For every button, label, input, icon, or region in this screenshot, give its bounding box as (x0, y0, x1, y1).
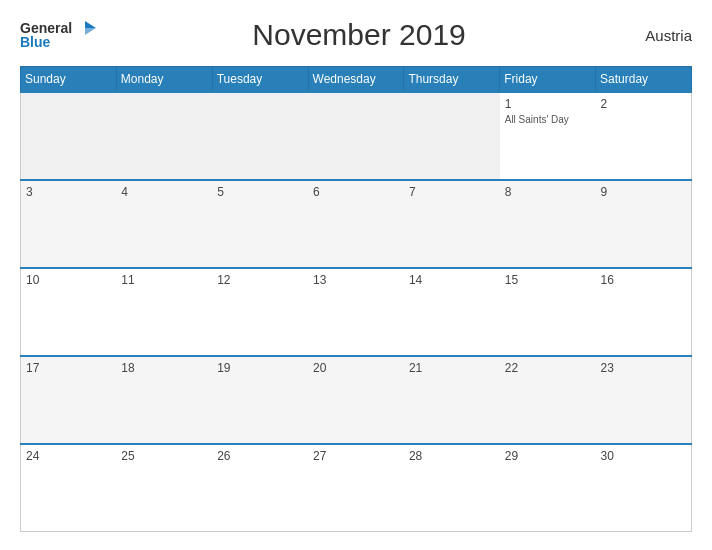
calendar-header: General Blue November 2019 Austria (20, 18, 692, 52)
header-saturday: Saturday (596, 67, 692, 93)
day-cell: 28 (404, 444, 500, 532)
day-number: 21 (409, 361, 495, 375)
day-cell: 21 (404, 356, 500, 444)
day-number: 22 (505, 361, 591, 375)
day-cell: 9 (596, 180, 692, 268)
week-row-4: 17181920212223 (21, 356, 692, 444)
day-cell: 2 (596, 92, 692, 180)
header-wednesday: Wednesday (308, 67, 404, 93)
day-cell: 16 (596, 268, 692, 356)
svg-marker-1 (85, 28, 96, 35)
day-cell (212, 92, 308, 180)
day-cell (21, 92, 117, 180)
day-cell (308, 92, 404, 180)
week-row-3: 10111213141516 (21, 268, 692, 356)
week-row-1: 1All Saints' Day2 (21, 92, 692, 180)
day-cell: 18 (116, 356, 212, 444)
day-cell: 19 (212, 356, 308, 444)
day-cell: 7 (404, 180, 500, 268)
header-friday: Friday (500, 67, 596, 93)
week-row-5: 24252627282930 (21, 444, 692, 532)
day-cell: 13 (308, 268, 404, 356)
day-cell: 30 (596, 444, 692, 532)
day-number: 14 (409, 273, 495, 287)
day-cell (116, 92, 212, 180)
day-cell: 25 (116, 444, 212, 532)
day-number: 15 (505, 273, 591, 287)
logo-blue-text: Blue (20, 35, 50, 49)
day-number: 5 (217, 185, 303, 199)
day-cell: 10 (21, 268, 117, 356)
day-cell (404, 92, 500, 180)
day-cell: 5 (212, 180, 308, 268)
day-number: 12 (217, 273, 303, 287)
day-number: 26 (217, 449, 303, 463)
calendar-title: November 2019 (96, 18, 622, 52)
day-number: 4 (121, 185, 207, 199)
logo-flag-icon (74, 21, 96, 35)
day-cell: 29 (500, 444, 596, 532)
day-number: 17 (26, 361, 111, 375)
day-cell: 8 (500, 180, 596, 268)
day-cell: 27 (308, 444, 404, 532)
day-number: 11 (121, 273, 207, 287)
day-number: 23 (601, 361, 686, 375)
day-number: 24 (26, 449, 111, 463)
weekday-header-row: Sunday Monday Tuesday Wednesday Thursday… (21, 67, 692, 93)
day-cell: 6 (308, 180, 404, 268)
svg-marker-0 (85, 21, 96, 28)
day-cell: 4 (116, 180, 212, 268)
page: General Blue November 2019 Austria Sunda… (0, 0, 712, 550)
day-cell: 15 (500, 268, 596, 356)
header-thursday: Thursday (404, 67, 500, 93)
day-number: 13 (313, 273, 399, 287)
day-cell: 14 (404, 268, 500, 356)
header-monday: Monday (116, 67, 212, 93)
day-number: 29 (505, 449, 591, 463)
day-number: 18 (121, 361, 207, 375)
header-sunday: Sunday (21, 67, 117, 93)
day-cell: 11 (116, 268, 212, 356)
day-cell: 1All Saints' Day (500, 92, 596, 180)
day-cell: 12 (212, 268, 308, 356)
country-label: Austria (622, 27, 692, 44)
day-number: 25 (121, 449, 207, 463)
day-number: 27 (313, 449, 399, 463)
day-cell: 17 (21, 356, 117, 444)
day-number: 7 (409, 185, 495, 199)
day-cell: 24 (21, 444, 117, 532)
day-number: 9 (601, 185, 686, 199)
day-number: 30 (601, 449, 686, 463)
logo-general-text: General (20, 21, 72, 35)
day-cell: 23 (596, 356, 692, 444)
day-number: 16 (601, 273, 686, 287)
day-number: 19 (217, 361, 303, 375)
day-number: 28 (409, 449, 495, 463)
logo: General Blue (20, 21, 96, 49)
day-number: 10 (26, 273, 111, 287)
day-cell: 26 (212, 444, 308, 532)
day-number: 6 (313, 185, 399, 199)
day-number: 8 (505, 185, 591, 199)
calendar-table: Sunday Monday Tuesday Wednesday Thursday… (20, 66, 692, 532)
day-number: 20 (313, 361, 399, 375)
day-number: 2 (601, 97, 686, 111)
week-row-2: 3456789 (21, 180, 692, 268)
day-cell: 20 (308, 356, 404, 444)
day-cell: 22 (500, 356, 596, 444)
day-number: 1 (505, 97, 591, 111)
day-number: 3 (26, 185, 111, 199)
day-cell: 3 (21, 180, 117, 268)
holiday-label: All Saints' Day (505, 113, 591, 126)
header-tuesday: Tuesday (212, 67, 308, 93)
